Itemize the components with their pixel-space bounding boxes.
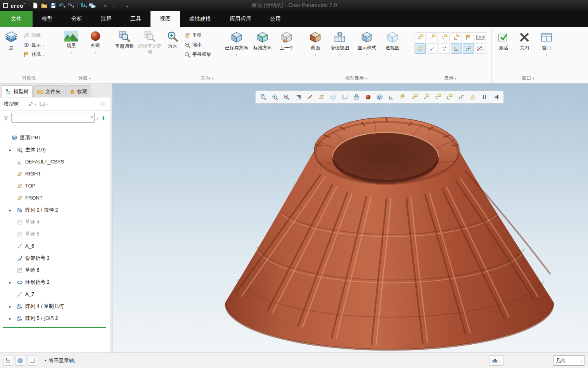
group-label-orientation[interactable]: 方向: [111, 73, 303, 83]
web-browser-button[interactable]: [15, 356, 25, 366]
point-tag-toggle[interactable]: [439, 32, 450, 42]
tree-item-top-plane[interactable]: TOP: [0, 180, 110, 192]
full-screen-button[interactable]: [27, 356, 37, 366]
window-switch-button[interactable]: [89, 2, 97, 9]
status-button[interactable]: 状况: [22, 50, 46, 59]
undo-button[interactable]: ↶: [58, 2, 66, 9]
group-label-visibility[interactable]: 可见性: [0, 73, 58, 83]
perspective-warning-icon[interactable]: [467, 92, 478, 102]
previous-view-button[interactable]: 上一个: [276, 29, 297, 52]
plane-tag-toggle[interactable]: [415, 32, 426, 42]
filter-funnel-icon[interactable]: [3, 115, 9, 121]
group-label-show[interactable]: 显示: [409, 73, 491, 83]
tree-item-sketch-5[interactable]: 草绘 5: [0, 228, 110, 240]
scene-button[interactable]: 场景: [60, 29, 83, 56]
zoom-in-icon[interactable]: [269, 92, 280, 102]
navigator-tab-folder-browser[interactable]: 文件夹: [33, 85, 64, 97]
tree-item-part[interactable]: 屋顶.PRT: [0, 132, 110, 144]
expand-arrow-icon[interactable]: [9, 279, 14, 285]
pan-button[interactable]: 平移: [183, 31, 223, 40]
saved-orientations-icon[interactable]: [339, 92, 350, 102]
refit-icon[interactable]: [292, 92, 304, 102]
model-tree-filter-input[interactable]: [11, 113, 95, 123]
filter-clear-icon[interactable]: [90, 115, 93, 120]
annotation-filter-toggle[interactable]: [475, 43, 486, 54]
annotation-toggle[interactable]: [463, 32, 474, 42]
tree-item-right-plane[interactable]: RIGHT: [0, 168, 110, 180]
tree-item-front-plane[interactable]: FRONT: [0, 192, 110, 204]
tree-item-pattern-2[interactable]: 阵列 2 / 拉伸 2: [0, 204, 110, 216]
search-button[interactable]: [489, 355, 503, 366]
close-button[interactable]: 关闭: [514, 29, 534, 52]
redo-button[interactable]: ↷: [67, 2, 75, 9]
appearance-button[interactable]: 外观: [84, 29, 107, 56]
filter-add-button[interactable]: [100, 115, 107, 122]
tree-item-pattern-4[interactable]: 阵列 4 / 复制几何: [0, 300, 110, 312]
view-manager-icon[interactable]: [351, 92, 362, 102]
axis-display-toggle[interactable]: [427, 43, 438, 54]
tree-item-default-csys[interactable]: DEFAULT_CSYS: [0, 156, 110, 168]
tree-item-axis-a6[interactable]: A_6: [0, 240, 110, 252]
dimension-display-toggle[interactable]: 10.0: [475, 32, 486, 42]
datum-display-filter-icon[interactable]: [386, 92, 397, 102]
regenerate-button[interactable]: ↻: [80, 2, 88, 9]
toggle-model-tree-button[interactable]: [3, 356, 13, 366]
layers-button[interactable]: 层: [2, 29, 21, 52]
tree-columns-button[interactable]: [100, 101, 106, 107]
render-appearance-icon[interactable]: [362, 92, 374, 102]
zoom-to-selected-button[interactable]: 缩放至选定项: [137, 29, 163, 56]
tab-view[interactable]: 视图: [150, 11, 180, 27]
axis-tag-toggle[interactable]: [427, 32, 438, 42]
tab-common[interactable]: 公用: [261, 11, 290, 27]
activate-button[interactable]: 激活: [493, 29, 514, 52]
tree-item-toroidal-bend-2[interactable]: 环形折弯 2: [0, 276, 110, 288]
tree-show-button[interactable]: [39, 101, 48, 107]
pan-zoom-button[interactable]: 平移缩放: [183, 50, 223, 59]
save-button[interactable]: [49, 2, 57, 9]
box-zoom-icon[interactable]: [258, 92, 269, 102]
group-label-appearance[interactable]: 外观: [58, 73, 111, 83]
annotation-display-icon[interactable]: [397, 92, 408, 102]
expand-arrow-icon[interactable]: [9, 147, 14, 153]
tab-model[interactable]: 模型: [33, 11, 62, 27]
roof-3d-model[interactable]: [112, 83, 588, 352]
new-file-button[interactable]: [31, 2, 39, 9]
section-button[interactable]: 截面: [305, 29, 326, 59]
filter-dropdown-button[interactable]: [97, 115, 98, 122]
standard-orientation-button[interactable]: 标准方向: [250, 29, 275, 52]
display-style-icon[interactable]: [374, 92, 385, 102]
tab-analysis[interactable]: 分析: [62, 11, 92, 27]
display-style-button[interactable]: 显示样式: [354, 29, 380, 59]
tree-item-sketch-6[interactable]: 草绘 6: [0, 264, 110, 276]
customize-toolbar-button[interactable]: [123, 2, 131, 9]
spin-center-icon[interactable]: [455, 92, 467, 102]
tree-item-body[interactable]: 主体 (10): [0, 144, 110, 156]
tab-flexible-modeling[interactable]: 柔性建模: [180, 11, 220, 27]
expand-arrow-icon[interactable]: [9, 315, 14, 321]
perspective-button[interactable]: 透视图: [381, 29, 404, 52]
saved-orientations-button[interactable]: 已保存方向: [224, 29, 249, 59]
open-file-button[interactable]: [40, 2, 48, 9]
tree-item-pattern-5[interactable]: 阵列 5 / 扫描 2: [0, 312, 110, 324]
csys-display-toggle[interactable]: [451, 43, 462, 54]
hide-button[interactable]: 隐藏: [22, 31, 46, 40]
point-tag-icon[interactable]: [432, 92, 443, 102]
selection-filter-combo[interactable]: 几何: [553, 355, 585, 366]
zoom-out-icon[interactable]: [281, 92, 292, 102]
navigator-splitter[interactable]: [110, 83, 112, 352]
plane-tag-icon[interactable]: [409, 92, 420, 102]
tab-applications[interactable]: 应用程序: [220, 11, 261, 27]
reorient-view-icon[interactable]: [327, 92, 339, 102]
expand-arrow-icon[interactable]: [9, 303, 14, 309]
tree-item-sketch-4[interactable]: 草绘 4: [0, 216, 110, 228]
window-button[interactable]: 窗口: [535, 29, 558, 59]
expand-arrow-icon[interactable]: [9, 207, 14, 213]
tree-item-axis-a7[interactable]: A_7: [0, 288, 110, 300]
zoom-in-button[interactable]: 放大: [163, 29, 182, 50]
tab-tools[interactable]: 工具: [121, 11, 150, 27]
plane-display-toggle[interactable]: [415, 43, 426, 54]
manage-views-button[interactable]: 管理视图: [327, 29, 353, 59]
navigator-tab-favorites[interactable]: 收藏: [65, 85, 91, 97]
group-label-model-display[interactable]: 模型显示: [303, 73, 409, 83]
point-display-toggle[interactable]: [439, 43, 450, 54]
